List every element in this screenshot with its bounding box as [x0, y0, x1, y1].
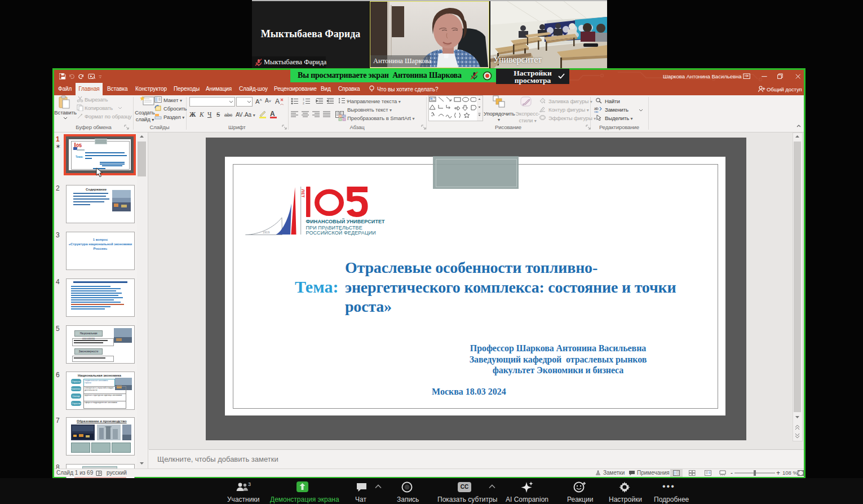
svg-text:vac: vac	[594, 110, 599, 113]
svg-text:1919: 1919	[263, 231, 269, 234]
svg-text:2: 2	[303, 101, 304, 105]
svg-text:1: 1	[303, 98, 304, 101]
svg-text:ЛЕТ: ЛЕТ	[301, 189, 305, 198]
svg-text:РОССИЙСКОЙ ФЕДЕРАЦИИ: РОССИЙСКОЙ ФЕДЕРАЦИИ	[306, 229, 376, 236]
svg-text:3: 3	[248, 481, 251, 487]
svg-text:А: А	[270, 110, 275, 118]
svg-text:ФИНАНСОВЫЙ УНИВЕРСИТЕТ: ФИНАНСОВЫЙ УНИВЕРСИТЕТ	[306, 218, 386, 224]
svg-text:A: A	[275, 98, 280, 105]
